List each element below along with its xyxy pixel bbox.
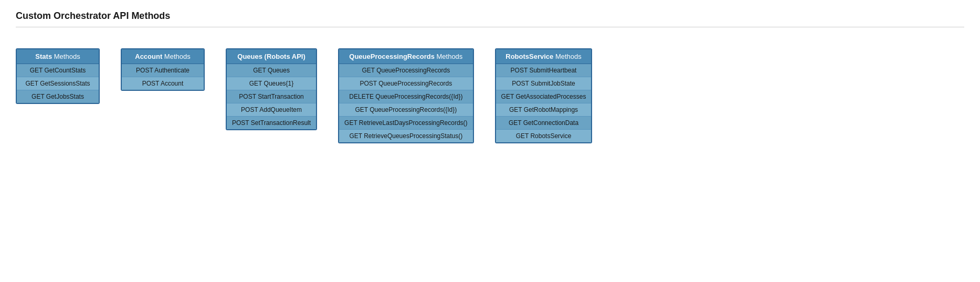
card-header-robotsservice-methods: RobotsService Methods xyxy=(496,49,592,64)
list-item: POST SubmitHeartbeat xyxy=(496,64,592,77)
card-header-stats-methods: Stats Methods xyxy=(17,49,99,64)
card-account-methods: Account MethodsPOST AuthenticatePOST Acc… xyxy=(121,48,205,91)
card-queues-methods: Queues (Robots API)GET QueuesGET Queues{… xyxy=(226,48,317,130)
list-item: GET GetConnectionData xyxy=(496,117,592,130)
list-item: POST AddQueueItem xyxy=(227,103,316,117)
list-item: GET GetSessionsStats xyxy=(17,77,99,90)
list-item: GET RetrieveQueuesProcessingStatus() xyxy=(339,130,473,142)
list-item: GET RetrieveLastDaysProcessingRecords() xyxy=(339,117,473,130)
list-item: POST Authenticate xyxy=(122,64,204,77)
list-item: GET RobotsService xyxy=(496,130,592,142)
list-item: GET GetCountStats xyxy=(17,64,99,77)
card-queueprocessingrecords-methods: QueueProcessingRecords MethodsGET QueueP… xyxy=(338,48,474,143)
page-title: Custom Orchestrator API Methods xyxy=(16,11,964,22)
card-header-account-methods: Account Methods xyxy=(122,49,204,64)
list-item: DELETE QueueProcessingRecords({Id}) xyxy=(339,90,473,103)
list-item: GET Queues xyxy=(227,64,316,77)
list-item: POST SubmitJobState xyxy=(496,77,592,90)
card-header-queues-methods: Queues (Robots API) xyxy=(227,49,316,64)
list-item: POST Account xyxy=(122,77,204,90)
list-item: POST StartTransaction xyxy=(227,90,316,103)
header-divider xyxy=(16,27,964,27)
list-item: GET GetJobsStats xyxy=(17,90,99,103)
list-item: POST SetTransactionResult xyxy=(227,117,316,129)
card-stats-methods: Stats MethodsGET GetCountStatsGET GetSes… xyxy=(16,48,100,104)
cards-container: Stats MethodsGET GetCountStatsGET GetSes… xyxy=(16,48,964,143)
list-item: GET QueueProcessingRecords({Id}) xyxy=(339,103,473,117)
list-item: GET GetAssociatedProcesses xyxy=(496,90,592,103)
list-item: POST QueueProcessingRecords xyxy=(339,77,473,90)
list-item: GET GetRobotMappings xyxy=(496,103,592,117)
card-robotsservice-methods: RobotsService MethodsPOST SubmitHeartbea… xyxy=(495,48,593,143)
card-header-queueprocessingrecords-methods: QueueProcessingRecords Methods xyxy=(339,49,473,64)
list-item: GET QueueProcessingRecords xyxy=(339,64,473,77)
list-item: GET Queues{1} xyxy=(227,77,316,90)
